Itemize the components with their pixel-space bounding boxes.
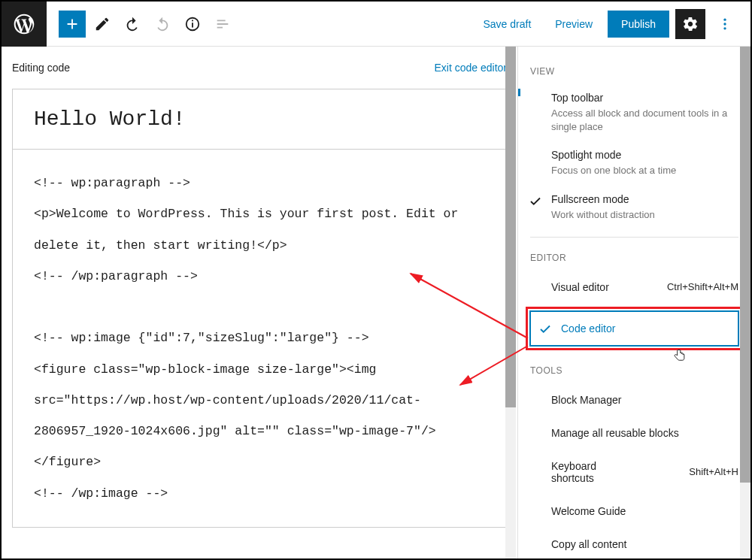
undo-icon <box>124 16 141 32</box>
svg-rect-1 <box>192 23 193 27</box>
option-title: Copy all content <box>551 538 626 550</box>
shortcut-label: Ctrl+Shift+Alt+M <box>667 281 738 292</box>
option-title: Welcome Guide <box>551 505 626 517</box>
shortcut-label: Shift+Alt+H <box>689 466 738 477</box>
save-draft-button[interactable]: Save draft <box>474 12 540 36</box>
option-code-editor[interactable]: Code editor <box>529 310 739 347</box>
option-title: Code editor <box>561 322 615 334</box>
editing-code-label: Editing code <box>12 62 70 74</box>
dots-vertical-icon <box>717 17 732 32</box>
svg-point-3 <box>723 18 726 20</box>
svg-rect-2 <box>192 20 193 21</box>
option-fullscreen-mode[interactable]: Fullscreen mode Work without distraction <box>518 186 750 229</box>
option-copy-all[interactable]: Copy all content <box>518 528 750 558</box>
option-desc: Access all block and document tools in a… <box>551 107 738 134</box>
option-title: Top toolbar <box>551 92 738 104</box>
check-icon <box>538 322 552 339</box>
option-top-toolbar[interactable]: Top toolbar Access all block and documen… <box>518 84 750 141</box>
main-area: Editing code Exit code editor Hello Worl… <box>2 47 750 558</box>
wordpress-icon <box>12 12 36 36</box>
option-welcome-guide[interactable]: Welcome Guide <box>518 495 750 528</box>
option-spotlight-mode[interactable]: Spotlight mode Focus on one block at a t… <box>518 141 750 185</box>
option-desc: Work without distraction <box>551 208 738 222</box>
divider <box>530 237 738 238</box>
option-title: Keyboard shortcuts <box>551 460 619 484</box>
editor-section-title: EDITOR <box>518 245 750 271</box>
top-toolbar: Save draft Preview Publish <box>2 2 750 47</box>
add-block-button[interactable] <box>59 11 86 38</box>
code-editor-area[interactable]: Hello World! <!-- wp:paragraph --> <p>We… <box>12 89 507 528</box>
tools-section-title: TOOLS <box>518 358 750 383</box>
edit-mode-button[interactable] <box>89 11 116 38</box>
editor-pane: Editing code Exit code editor Hello Worl… <box>2 47 517 558</box>
option-title: Visual editor <box>551 281 609 293</box>
outline-button[interactable] <box>209 11 236 38</box>
toolbar-left-group <box>47 11 236 38</box>
option-visual-editor[interactable]: Visual editor Ctrl+Shift+Alt+M <box>518 271 750 304</box>
view-section-title: VIEW <box>518 59 750 84</box>
list-icon <box>214 16 231 32</box>
option-title: Spotlight mode <box>551 149 738 161</box>
option-keyboard-shortcuts[interactable]: Keyboard shortcuts Shift+Alt+H <box>518 450 750 495</box>
pencil-icon <box>94 16 111 32</box>
options-sidebar: VIEW Top toolbar Access all block and do… <box>517 47 750 558</box>
sidebar-scrollbar[interactable] <box>740 47 750 558</box>
option-title: Fullscreen mode <box>551 193 738 205</box>
redo-button[interactable] <box>149 11 176 38</box>
option-reusable-blocks[interactable]: Manage all reusable blocks <box>518 416 750 450</box>
svg-point-5 <box>723 27 726 29</box>
info-button[interactable] <box>179 11 206 38</box>
post-code-body[interactable]: <!-- wp:paragraph --> <p>Welcome to Word… <box>13 150 506 527</box>
info-icon <box>184 16 201 32</box>
option-code-editor-highlight: Code editor <box>526 307 743 350</box>
option-desc: Focus on one block at a time <box>551 164 738 177</box>
gear-icon <box>682 16 699 32</box>
settings-button[interactable] <box>675 9 705 39</box>
svg-point-4 <box>723 23 726 25</box>
redo-icon <box>154 16 171 32</box>
publish-button[interactable]: Publish <box>608 11 669 38</box>
option-block-manager[interactable]: Block Manager <box>518 383 750 416</box>
plus-icon <box>64 16 80 32</box>
post-title-input[interactable]: Hello World! <box>13 89 506 150</box>
preview-button[interactable]: Preview <box>546 12 602 36</box>
toolbar-right-group: Save draft Preview Publish <box>474 9 750 39</box>
undo-button[interactable] <box>119 11 146 38</box>
check-icon <box>529 195 542 211</box>
option-title: Manage all reusable blocks <box>551 427 679 439</box>
exit-code-editor-link[interactable]: Exit code editor <box>435 62 508 74</box>
option-title: Block Manager <box>551 394 621 406</box>
more-options-button[interactable] <box>711 11 738 38</box>
editor-scrollbar[interactable] <box>505 47 516 558</box>
wordpress-logo[interactable] <box>2 2 47 47</box>
editor-header: Editing code Exit code editor <box>2 47 517 89</box>
